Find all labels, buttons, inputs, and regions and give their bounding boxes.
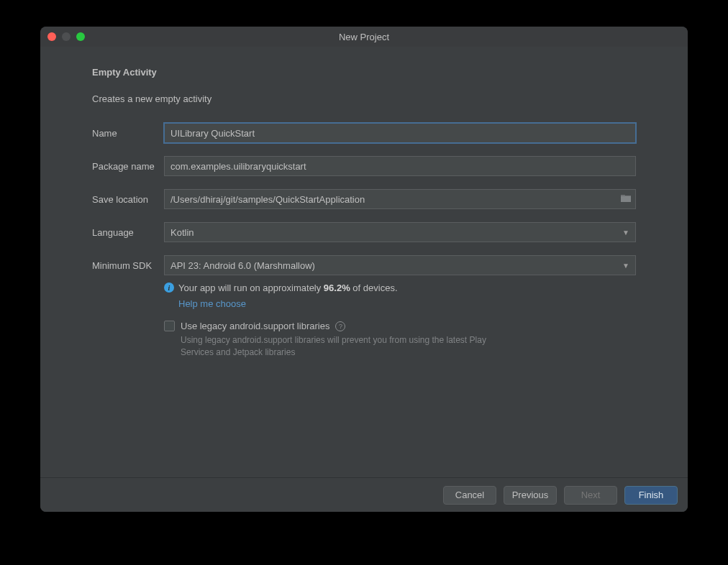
minsdk-value: API 23: Android 6.0 (Marshmallow) — [170, 260, 315, 271]
coverage-prefix: Your app will run on approximately — [178, 282, 324, 293]
next-button[interactable]: Next — [564, 486, 617, 505]
new-project-dialog: New Project Empty Activity Creates a new… — [40, 27, 688, 512]
save-location-input[interactable] — [164, 189, 636, 209]
save-location-label: Save location — [92, 194, 164, 205]
legacy-libs-row: Use legacy android.support libraries ? — [164, 321, 636, 331]
package-label: Package name — [92, 161, 164, 172]
minimize-window-icon[interactable] — [62, 32, 70, 41]
device-coverage-text: Your app will run on approximately 96.2%… — [178, 281, 398, 311]
minsdk-label: Minimum SDK — [92, 260, 164, 271]
help-icon[interactable]: ? — [335, 321, 345, 331]
help-me-choose-link[interactable]: Help me choose — [178, 297, 398, 311]
legacy-libs-hint: Using legacy android.support libraries w… — [181, 334, 519, 359]
window-controls — [47, 32, 85, 41]
save-location-row: Save location — [92, 189, 636, 209]
name-row: Name — [92, 123, 636, 143]
language-select[interactable]: Kotlin ▼ — [164, 222, 636, 242]
cancel-button[interactable]: Cancel — [443, 486, 496, 505]
coverage-suffix: of devices. — [350, 282, 398, 293]
chevron-down-icon: ▼ — [622, 262, 629, 270]
info-icon: i — [164, 282, 174, 293]
previous-button[interactable]: Previous — [504, 486, 557, 505]
page-description: Creates a new empty activity — [92, 93, 636, 104]
window-titlebar: New Project — [40, 27, 688, 47]
browse-folder-icon[interactable] — [620, 193, 632, 205]
minsdk-select[interactable]: API 23: Android 6.0 (Marshmallow) ▼ — [164, 255, 636, 275]
chevron-down-icon: ▼ — [622, 229, 629, 236]
page-title: Empty Activity — [92, 67, 636, 78]
device-coverage-info: i Your app will run on approximately 96.… — [164, 281, 636, 311]
dialog-content: Empty Activity Creates a new empty activ… — [40, 47, 688, 477]
package-input[interactable] — [164, 156, 636, 176]
zoom-window-icon[interactable] — [76, 32, 85, 41]
finish-button[interactable]: Finish — [624, 486, 678, 505]
window-title: New Project — [40, 32, 688, 42]
name-label: Name — [92, 128, 164, 139]
dialog-footer: Cancel Previous Next Finish — [40, 477, 688, 512]
minsdk-row: Minimum SDK API 23: Android 6.0 (Marshma… — [92, 255, 636, 275]
package-row: Package name — [92, 156, 636, 176]
name-input[interactable] — [164, 123, 636, 143]
close-window-icon[interactable] — [47, 32, 56, 41]
legacy-libs-label: Use legacy android.support libraries — [181, 321, 329, 331]
language-label: Language — [92, 227, 164, 238]
legacy-libs-checkbox[interactable] — [164, 321, 175, 331]
coverage-percent: 96.2% — [324, 282, 350, 293]
language-value: Kotlin — [170, 227, 194, 238]
language-row: Language Kotlin ▼ — [92, 222, 636, 242]
